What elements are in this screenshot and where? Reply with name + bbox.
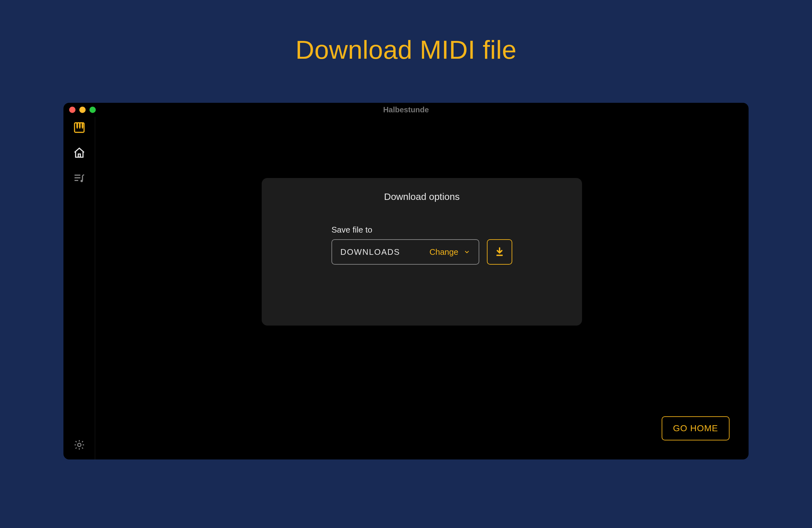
dialog-heading: Download options	[384, 191, 460, 202]
piano-icon	[73, 121, 86, 134]
sidebar-item-home[interactable]	[72, 146, 86, 160]
destination-value: DOWNLOADS	[340, 247, 400, 257]
sidebar-item-playlist[interactable]	[72, 171, 86, 185]
save-location-field: Save file to DOWNLOADS Change	[332, 225, 512, 265]
svg-point-11	[80, 180, 83, 182]
app-body: Download options Save file to DOWNLOADS …	[63, 117, 749, 459]
window-title: Halbestunde	[383, 105, 429, 114]
sidebar	[63, 117, 95, 459]
page-title: Download MIDI file	[295, 35, 517, 65]
titlebar: Halbestunde	[63, 103, 749, 117]
content-area: Download options Save file to DOWNLOADS …	[95, 117, 749, 459]
traffic-lights	[69, 106, 96, 113]
svg-rect-7	[78, 154, 80, 157]
music-list-icon	[73, 172, 86, 185]
go-home-button[interactable]: GO HOME	[662, 416, 729, 440]
go-home-label: GO HOME	[673, 423, 718, 433]
svg-rect-5	[79, 123, 81, 128]
sidebar-item-settings[interactable]	[72, 438, 86, 452]
window-minimize-button[interactable]	[79, 106, 86, 113]
svg-point-12	[77, 443, 81, 447]
field-label: Save file to	[332, 225, 512, 235]
window-maximize-button[interactable]	[89, 106, 96, 113]
gear-icon	[74, 439, 85, 451]
download-options-dialog: Download options Save file to DOWNLOADS …	[262, 178, 582, 326]
window-close-button[interactable]	[69, 106, 75, 113]
chevron-down-icon	[463, 248, 470, 255]
destination-select[interactable]: DOWNLOADS Change	[332, 239, 479, 265]
svg-rect-13	[496, 255, 503, 256]
field-row: DOWNLOADS Change	[332, 239, 512, 265]
home-icon	[73, 147, 86, 159]
app-window: Halbestunde	[63, 103, 749, 459]
download-button[interactable]	[487, 239, 512, 265]
svg-rect-4	[76, 123, 78, 128]
svg-rect-6	[82, 123, 83, 128]
sidebar-item-piano[interactable]	[72, 120, 86, 134]
download-icon	[494, 246, 505, 257]
change-label: Change	[430, 247, 458, 257]
change-button[interactable]: Change	[430, 247, 470, 257]
